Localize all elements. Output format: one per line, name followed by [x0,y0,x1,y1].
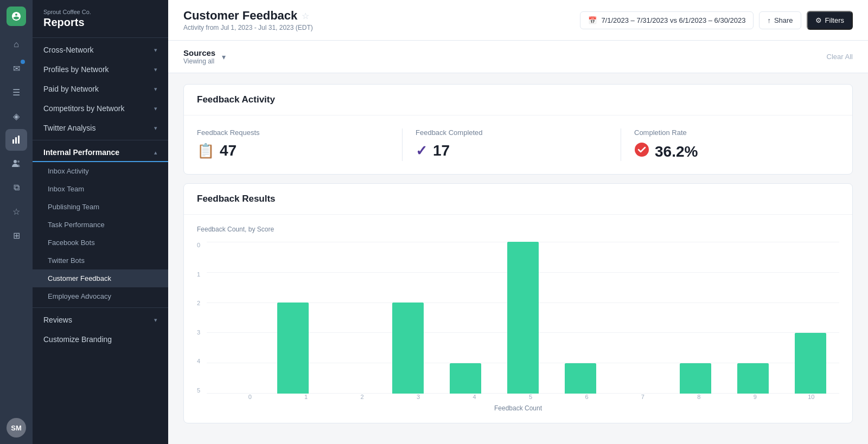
favorite-icon[interactable]: ☆ [302,11,309,21]
nav-item-profiles-by-network[interactable]: Profiles by Network ▾ [33,60,168,79]
x-tick-5: 5 [502,394,558,400]
bar-score-7 [609,242,667,394]
app-logo[interactable] [7,7,26,26]
people-icon[interactable] [5,153,27,175]
bar-8 [680,363,711,394]
y-tick-3: 3 [197,329,200,336]
bar-4 [450,363,481,394]
filters-icon: ⚙ [815,16,822,24]
page-title: Customer Feedback [183,9,297,23]
x-tick-3: 3 [390,394,446,400]
sidebar-item-customer-feedback[interactable]: Customer Feedback [33,269,168,287]
y-axis: 5 4 3 2 1 0 [197,242,207,394]
share-button[interactable]: ↑ Share [759,11,801,29]
chart-with-yaxis: 5 4 3 2 1 0 [197,242,839,394]
sources-labels: Sources Viewing all [183,48,215,65]
x-axis-wrapper: 0 1 2 3 4 5 6 7 8 9 10 [222,394,839,400]
metric-rate-value: 36.2% [655,143,698,160]
nav-item-cross-network[interactable]: Cross-Network ▾ [33,40,168,60]
clipboard-icon: 📋 [197,143,214,159]
bar-score-2 [322,242,379,394]
filters-button[interactable]: ⚙ Filters [807,11,853,30]
x-tick-10: 10 [783,394,839,400]
bar-3 [392,303,424,394]
chevron-down-icon: ▾ [154,317,157,324]
app-title: Reports [43,16,157,29]
chevron-down-icon: ▾ [154,86,157,93]
y-tick-4: 4 [197,358,200,364]
nav-item-internal-performance[interactable]: Internal Performance ▴ [33,143,168,162]
sources-subtitle: Viewing all [183,57,215,65]
svg-rect-0 [12,139,14,144]
sidebar-item-twitter-bots[interactable]: Twitter Bots [33,252,168,269]
sidebar-item-facebook-bots[interactable]: Facebook Bots [33,234,168,252]
sidebar-item-publishing-team[interactable]: Publishing Team [33,198,168,216]
x-tick-2: 2 [334,394,390,400]
bar-6 [565,363,596,394]
bar-score-1 [264,242,322,394]
y-tick-5: 5 [197,387,200,394]
chevron-up-icon: ▴ [154,149,157,156]
mail-icon[interactable]: ✉ [5,57,27,79]
main-header: Customer Feedback ☆ Activity from Jul 1,… [168,0,868,41]
feedback-activity-header: Feedback Activity [184,85,852,115]
metrics-row: Feedback Requests 📋 47 Feedback Complete… [184,115,852,174]
chart-wrapper: 5 4 3 2 1 0 [197,242,839,412]
x-tick-1: 1 [278,394,334,400]
metric-rate-value-row: 36.2% [634,142,826,161]
bar-10 [795,333,826,394]
sidebar-item-task-performance[interactable]: Task Performance [33,216,168,234]
bar-score-0 [207,242,264,394]
nav-header: Sprout Coffee Co. Reports [33,0,168,38]
main-body: Feedback Activity Feedback Requests 📋 47… [168,73,868,444]
nav-item-customize-branding[interactable]: Customize Branding [33,330,168,349]
sidebar-item-inbox-team[interactable]: Inbox Team [33,180,168,198]
svg-point-5 [635,143,649,157]
metric-completion-rate: Completion Rate 36.2% [621,128,839,161]
inbox-icon[interactable]: ☰ [5,81,27,103]
star-sidebar-icon[interactable]: ☆ [5,201,27,222]
metric-requests-value-row: 📋 47 [197,142,389,159]
x-axis-title: Feedback Count [197,404,839,412]
avatar[interactable]: SM [7,418,26,437]
nav-item-paid-by-network[interactable]: Paid by Network ▾ [33,79,168,99]
nav-item-twitter-analysis[interactable]: Twitter Analysis ▾ [33,118,168,138]
bar-score-4 [437,242,494,394]
nav-item-competitors-by-network[interactable]: Competitors by Network ▾ [33,99,168,118]
clear-all-button[interactable]: Clear All [827,53,853,61]
x-tick-6: 6 [559,394,615,400]
header-left: Customer Feedback ☆ Activity from Jul 1,… [183,9,313,31]
title-row: Customer Feedback ☆ [183,9,313,23]
calendar-icon: 📅 [588,16,597,24]
main-content: Customer Feedback ☆ Activity from Jul 1,… [168,0,868,444]
feedback-results-card: Feedback Results Feedback Count, by Scor… [183,183,853,423]
metric-requests-value: 47 [220,142,237,159]
y-tick-0: 0 [197,242,200,248]
mail-badge [21,60,25,64]
metric-feedback-completed: Feedback Completed ✓ 17 [402,128,621,161]
metric-rate-label: Completion Rate [634,128,826,137]
nav-section: Cross-Network ▾ Profiles by Network ▾ Pa… [33,38,168,351]
bar-score-8 [667,242,724,394]
bar-score-9 [724,242,782,394]
metric-completed-value-row: ✓ 17 [416,142,608,159]
date-range-button[interactable]: 📅 7/1/2023 – 7/31/2023 vs 6/1/2023 – 6/3… [580,11,754,29]
home-icon[interactable]: ⌂ [5,34,27,55]
nav-sidebar: Sprout Coffee Co. Reports Cross-Network … [33,0,168,444]
puzzle-icon[interactable]: ⧉ [5,177,27,198]
sidebar-item-inbox-activity[interactable]: Inbox Activity [33,162,168,180]
sources-chevron-icon: ▾ [222,53,226,61]
sources-title: Sources [183,48,215,57]
feedback-results-title: Feedback Results [197,194,839,204]
sidebar-item-employee-advocacy[interactable]: Employee Advocacy [33,287,168,305]
feedback-activity-title: Feedback Activity [197,94,839,105]
tag-icon[interactable]: ◈ [5,105,27,127]
company-name: Sprout Coffee Co. [43,9,157,15]
check-circle-icon [634,142,649,161]
chart-label: Feedback Count, by Score [197,226,839,233]
chart-bars-area [207,242,839,394]
sources-selector[interactable]: Sources Viewing all ▾ [183,41,226,73]
grid-icon[interactable]: ⊞ [5,224,27,246]
bar-chart-icon[interactable] [5,129,27,151]
nav-item-reviews[interactable]: Reviews ▾ [33,310,168,330]
